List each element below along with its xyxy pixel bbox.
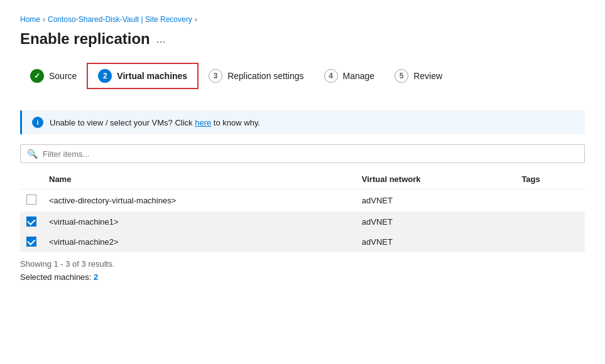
step-source-number: ✓ <box>30 69 44 83</box>
info-icon: i <box>32 117 43 128</box>
step-manage[interactable]: 4 Manage <box>314 64 385 88</box>
vm-name-2: <virtual-machine1> <box>43 211 356 232</box>
step-replication-label: Replication settings <box>227 71 303 81</box>
breadcrumb: Home › Contoso-Shared-Disk-Vault | Site … <box>20 15 585 24</box>
table-row: <virtual-machine2>adVNET <box>20 232 585 252</box>
breadcrumb-home[interactable]: Home <box>20 15 40 24</box>
steps-wizard: ✓ Source 2 Virtual machines 3 Replicatio… <box>20 63 585 95</box>
info-link[interactable]: here <box>195 118 211 127</box>
table-header-checkbox <box>20 171 43 190</box>
showing-summary: Showing 1 - 3 of 3 results. <box>20 259 585 269</box>
table-row: <active-directory-virtual-machines>adVNE… <box>20 190 585 212</box>
selected-summary: Selected machines: 2 <box>20 272 585 282</box>
vm-table: Name Virtual network Tags <active-direct… <box>20 171 585 252</box>
info-text: Unable to view / select your VMs? Click … <box>50 118 260 127</box>
step-replication-number: 3 <box>209 69 222 83</box>
vm-name-1: <active-directory-virtual-machines> <box>43 190 356 212</box>
row-checkbox-2[interactable] <box>26 217 36 227</box>
search-icon: 🔍 <box>27 149 38 159</box>
vm-tags-3 <box>515 232 585 252</box>
row-checkbox-1[interactable] <box>26 195 36 205</box>
step-manage-label: Manage <box>343 71 375 81</box>
filter-input[interactable] <box>43 149 578 159</box>
row-checkbox-3[interactable] <box>26 237 36 247</box>
vm-network-2: adVNET <box>356 211 516 232</box>
step-source[interactable]: ✓ Source <box>20 64 87 88</box>
step-manage-number: 4 <box>324 69 338 83</box>
step-replication-settings[interactable]: 3 Replication settings <box>199 64 313 88</box>
vm-network-3: adVNET <box>356 232 516 252</box>
table-header-network: Virtual network <box>356 171 516 190</box>
step-virtual-machines[interactable]: 2 Virtual machines <box>87 63 199 89</box>
vm-tags-1 <box>515 190 585 212</box>
step-review-number: 5 <box>395 69 408 83</box>
step-review-label: Review <box>413 71 442 81</box>
filter-bar: 🔍 <box>20 144 585 163</box>
page-title: Enable replication ... <box>20 30 585 48</box>
table-header-name: Name <box>43 171 356 190</box>
table-header-tags: Tags <box>515 171 585 190</box>
step-vm-number: 2 <box>98 69 112 83</box>
selected-count: 2 <box>94 272 98 282</box>
vm-network-1: adVNET <box>356 190 516 212</box>
vm-name-3: <virtual-machine2> <box>43 232 356 252</box>
table-row: <virtual-machine1>adVNET <box>20 211 585 232</box>
vm-tags-2 <box>515 211 585 232</box>
breadcrumb-vault[interactable]: Contoso-Shared-Disk-Vault | Site Recover… <box>48 15 192 24</box>
step-vm-label: Virtual machines <box>117 71 187 81</box>
step-source-label: Source <box>49 71 77 81</box>
info-bar: i Unable to view / select your VMs? Clic… <box>20 110 585 134</box>
step-review[interactable]: 5 Review <box>384 64 452 88</box>
